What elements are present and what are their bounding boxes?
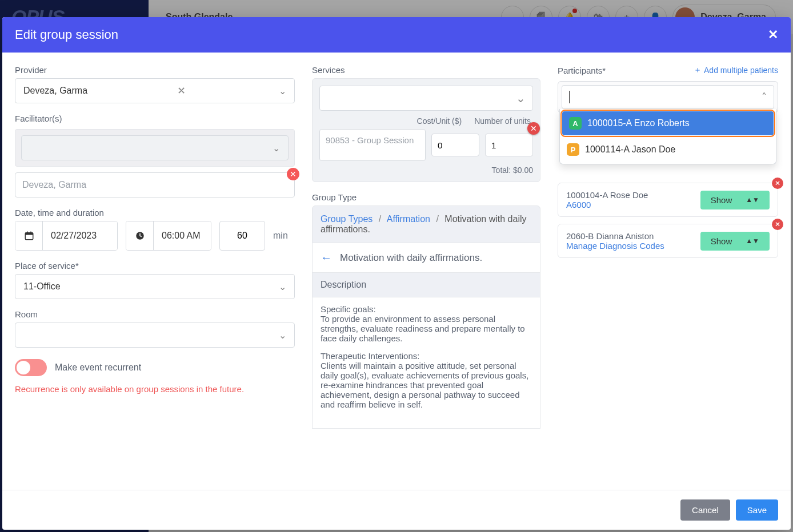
breadcrumb-group-types[interactable]: Group Types (321, 214, 373, 224)
svg-rect-2 (27, 232, 28, 234)
services-label: Services (312, 65, 540, 75)
add-multiple-patients-link[interactable]: ＋ Add multiple patients (694, 65, 778, 75)
room-select[interactable]: ⌄ (15, 323, 295, 348)
edit-group-session-modal: Edit group session ✕ Provider Deveza, Ga… (2, 17, 791, 530)
chevron-down-icon[interactable]: ⌄ (516, 91, 526, 105)
chevron-down-icon[interactable]: ⌄ (279, 281, 286, 292)
sort-icon: ▲▼ (746, 196, 759, 204)
duration-field[interactable] (219, 221, 265, 251)
group-type-label: Group Type (312, 192, 540, 202)
service-select[interactable]: ⌄ (319, 86, 533, 111)
place-select[interactable]: 11-Office ⌄ (15, 274, 295, 299)
units-header: Number of units (474, 116, 531, 126)
remove-participant-icon[interactable]: ✕ (772, 219, 783, 230)
clock-icon (126, 221, 154, 250)
dropdown-item-jason-doe[interactable]: P 1000114-A Jason Doe (560, 138, 776, 162)
participant-search[interactable]: ˄ (562, 85, 774, 109)
manage-diagnosis-link[interactable]: Manage Diagnosis Codes (566, 241, 694, 251)
dropdown-item-label: 1000114-A Jason Doe (585, 144, 675, 155)
participant-search-input[interactable] (573, 92, 762, 102)
dropdown-item-enzo-roberts[interactable]: A 1000015-A Enzo Roberts (562, 111, 774, 135)
breadcrumb-affirmation[interactable]: Affirmation (387, 214, 430, 224)
save-button[interactable]: Save (736, 499, 778, 521)
facilitator-select[interactable]: ⌄ (21, 135, 289, 160)
back-arrow-icon[interactable]: ← (321, 251, 332, 264)
recurrence-warning: Recurrence is only available on group se… (15, 384, 295, 394)
provider-label: Provider (15, 65, 295, 75)
remove-participant-icon[interactable]: ✕ (772, 178, 783, 189)
place-value: 11-Office (23, 281, 61, 292)
clear-icon[interactable]: ✕ (177, 84, 186, 97)
units-field[interactable] (485, 134, 533, 156)
breadcrumb: Group Types / Affirmation / Motivation w… (312, 205, 540, 243)
show-button[interactable]: Show▲▼ (700, 232, 770, 251)
cost-header: Cost/Unit ($) (417, 116, 462, 126)
provider-select[interactable]: Deveza, Garma ✕ ⌄ (15, 78, 295, 103)
calendar-icon (15, 221, 43, 250)
plus-icon: ＋ (694, 65, 702, 75)
recurrent-label: Make event recurrent (55, 362, 141, 373)
chevron-down-icon[interactable]: ⌄ (273, 143, 280, 154)
chevron-down-icon[interactable]: ⌄ (279, 86, 286, 96)
status-badge-p: P (567, 143, 579, 156)
description-header: Description (312, 273, 540, 297)
status-badge-a: A (569, 117, 582, 130)
facilitator-chip[interactable]: Deveza, Garma ✕ (15, 172, 295, 198)
chevron-down-icon[interactable]: ⌄ (279, 330, 286, 341)
participant-dropdown: A 1000015-A Enzo Roberts P 1000114-A Jas… (559, 109, 776, 164)
room-label: Room (15, 309, 295, 319)
description-body[interactable]: Specific goals:To provide an environment… (312, 297, 540, 429)
date-field[interactable] (43, 221, 117, 250)
time-field[interactable] (154, 221, 211, 250)
services-total: Total: $0.00 (319, 166, 533, 175)
service-name: 90853 - Group Session (319, 129, 426, 161)
participant-code-link[interactable]: A6000 (566, 200, 694, 209)
dropdown-item-label: 1000015-A Enzo Roberts (587, 118, 690, 128)
participants-label: Participants* (558, 66, 606, 75)
min-label: min (273, 230, 288, 241)
date-input[interactable] (15, 221, 118, 251)
participant-name: 1000104-A Rose Doe (566, 190, 694, 200)
participant-name: 2060-B Dianna Aniston (566, 231, 694, 241)
svg-rect-1 (25, 233, 33, 235)
cancel-button[interactable]: Cancel (680, 499, 730, 521)
svg-rect-3 (30, 232, 31, 234)
cost-field[interactable] (431, 134, 479, 156)
chevron-up-icon[interactable]: ˄ (762, 91, 767, 103)
facilitator-label: Facilitator(s) (15, 114, 295, 123)
sort-icon: ▲▼ (746, 237, 759, 245)
recurrent-toggle[interactable] (15, 359, 47, 376)
show-button[interactable]: Show▲▼ (700, 191, 770, 209)
time-input[interactable] (126, 221, 211, 251)
group-type-title: Motivation with daily affirmations. (340, 252, 482, 264)
remove-service-icon[interactable]: ✕ (527, 122, 540, 135)
remove-icon[interactable]: ✕ (287, 168, 299, 180)
provider-value: Deveza, Garma (23, 86, 87, 96)
text-cursor (569, 91, 570, 103)
close-icon[interactable]: ✕ (768, 27, 778, 42)
datetime-label: Date, time and duration (15, 208, 295, 217)
modal-title: Edit group session (15, 27, 118, 42)
place-label: Place of service* (15, 261, 295, 271)
facilitator-chip-label: Deveza, Garma (22, 180, 86, 190)
participant-card: 2060-B Dianna Aniston Manage Diagnosis C… (558, 224, 778, 258)
participant-card: 1000104-A Rose Doe A6000 Show▲▼ ✕ (558, 183, 778, 217)
